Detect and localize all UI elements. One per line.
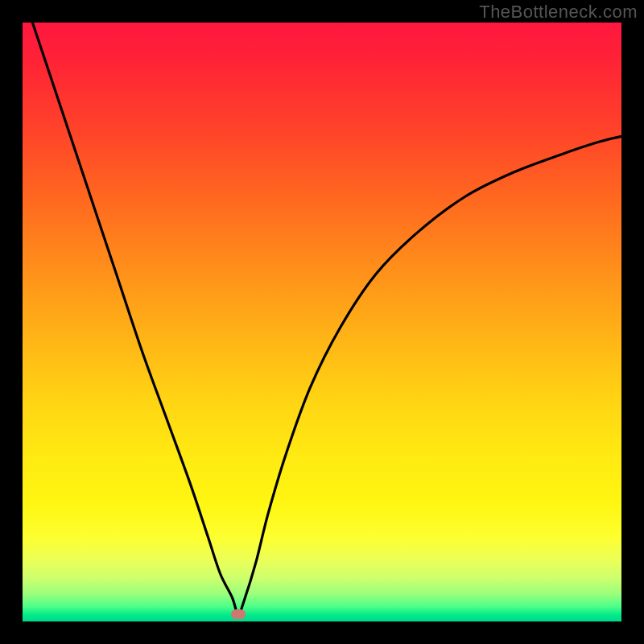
bottleneck-curve-path [23,23,621,614]
watermark-text: TheBottleneck.com [479,2,638,23]
curve-layer [23,23,621,621]
chart-frame: TheBottleneck.com [0,0,644,644]
plot-area [23,23,621,621]
minimum-marker [231,609,246,619]
